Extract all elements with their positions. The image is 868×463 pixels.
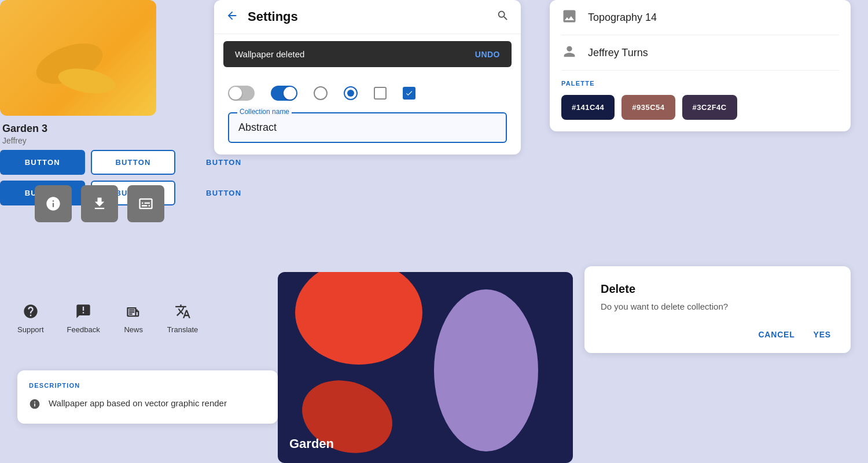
description-icon (29, 398, 41, 412)
delete-dialog: Delete Do you want to delete collection?… (584, 266, 851, 353)
palette-swatches: #141C44 #935C54 #3C2F4C (561, 95, 839, 120)
wallpaper-title: Garden 3 (2, 123, 154, 135)
topo-card: Topography 14 Jeffrey Turns PALETTE #141… (550, 0, 851, 131)
theme-button[interactable] (127, 185, 164, 222)
collection-input[interactable] (238, 122, 496, 134)
search-icon[interactable] (496, 9, 509, 24)
image-icon (561, 8, 578, 27)
bottom-nav: Support Feedback News Translate (17, 301, 198, 334)
button-text-2[interactable]: BUTTON (181, 181, 266, 205)
checkbox-on[interactable] (403, 87, 415, 100)
nav-news[interactable]: News (123, 301, 144, 334)
garden-shape-purple (434, 289, 538, 451)
button-outlined-1[interactable]: BUTTON (91, 150, 176, 175)
collection-input-wrap: Collection name (228, 112, 507, 143)
palette-section: PALETTE #141C44 #935C54 #3C2F4C (550, 71, 851, 131)
nav-support[interactable]: Support (17, 301, 44, 334)
snackbar: Wallpaper deleted UNDO (223, 41, 512, 67)
checkbox-off[interactable] (374, 87, 387, 100)
download-button[interactable] (81, 185, 118, 222)
collection-label: Collection name (237, 108, 292, 116)
undo-button[interactable]: UNDO (475, 50, 500, 59)
action-buttons (35, 185, 164, 222)
swatch-2[interactable]: #935C54 (621, 95, 675, 120)
toggle-off[interactable] (228, 86, 255, 101)
radio-off[interactable] (314, 86, 328, 100)
news-icon (123, 301, 144, 322)
feedback-label: Feedback (67, 325, 100, 334)
description-text: Wallpaper app based on vector graphic re… (49, 397, 227, 410)
wallpaper-author: Jeffrey (2, 136, 154, 145)
settings-title: Settings (248, 9, 487, 24)
settings-header: Settings (214, 0, 521, 34)
description-section-title: DESCRIPTION (29, 382, 266, 389)
nav-translate[interactable]: Translate (167, 301, 198, 334)
yes-button[interactable]: YES (810, 328, 834, 341)
garden-bg: Garden (278, 272, 573, 463)
wallpaper-thumbnail (0, 0, 156, 116)
dialog-actions: CANCEL YES (601, 328, 834, 341)
support-icon (20, 301, 41, 322)
garden-card: Garden (278, 272, 573, 463)
info-button[interactable] (35, 185, 72, 222)
controls-row (214, 74, 521, 112)
toggle-on[interactable] (271, 86, 297, 101)
radio-on[interactable] (344, 86, 358, 100)
news-label: News (124, 325, 143, 334)
button-filled-1[interactable]: BUTTON (0, 150, 85, 175)
dialog-title: Delete (601, 282, 834, 296)
topo-author: Jeffrey Turns (588, 47, 648, 59)
swatch-1[interactable]: #141C44 (561, 95, 615, 120)
dialog-body: Do you want to delete collection? (601, 302, 834, 311)
garden-label: Garden (289, 436, 334, 451)
person-icon (561, 43, 578, 62)
palette-title: PALETTE (561, 80, 839, 87)
wallpaper-card: Garden 3 Jeffrey (0, 0, 156, 150)
garden-shape-red (295, 272, 422, 365)
translate-label: Translate (167, 325, 198, 334)
nav-feedback[interactable]: Feedback (67, 301, 100, 334)
cancel-button[interactable]: CANCEL (755, 328, 798, 341)
feedback-icon (73, 301, 94, 322)
translate-icon (172, 301, 193, 322)
swatch-3[interactable]: #3C2F4C (682, 95, 737, 120)
snackbar-text: Wallpaper deleted (235, 49, 304, 59)
topo-item: Topography 14 (550, 0, 851, 35)
topo-author-item: Jeffrey Turns (550, 35, 851, 70)
settings-card: Settings Wallpaper deleted UNDO Collect (214, 0, 521, 155)
support-label: Support (17, 325, 44, 334)
back-button[interactable] (226, 9, 238, 24)
description-card: DESCRIPTION Wallpaper app based on vecto… (17, 370, 278, 424)
topo-name: Topography 14 (588, 12, 657, 24)
